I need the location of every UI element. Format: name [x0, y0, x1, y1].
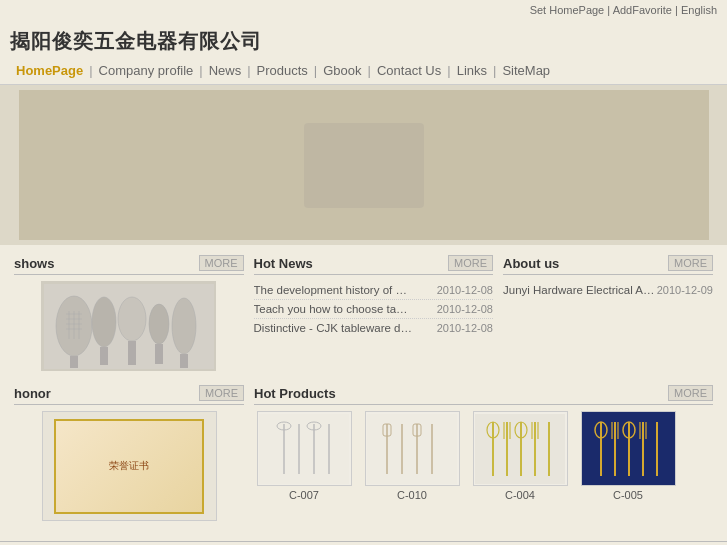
product-label: C-005	[613, 489, 643, 501]
product-image[interactable]	[473, 411, 568, 486]
header: 揭阳俊奕五金电器有限公司	[0, 20, 727, 59]
honor-image: 荣誉证书	[42, 411, 217, 521]
product-svg	[367, 414, 457, 484]
language-link[interactable]: English	[681, 4, 717, 16]
row2: honor MORE 荣誉证书 Hot Products MORE	[14, 385, 713, 521]
news-date: 2010-12-08	[437, 284, 493, 296]
product-label: C-010	[397, 489, 427, 501]
nav-item-gbook[interactable]: Gbook	[317, 63, 367, 78]
shows-more-button[interactable]: MORE	[199, 255, 244, 271]
about-us-section: About us MORE Junyi Hardware Electrical …	[503, 255, 713, 371]
about-us-title: About us	[503, 256, 559, 271]
svg-rect-27	[367, 414, 457, 484]
svg-point-11	[172, 298, 196, 354]
top-bar: Set HomePage | AddFavorite | English	[0, 0, 727, 20]
svg-rect-12	[180, 354, 188, 368]
news-list: The development history of western ta...…	[254, 281, 493, 337]
product-svg	[259, 414, 349, 484]
product-label: C-004	[505, 489, 535, 501]
product-item: C-005	[578, 411, 678, 501]
hot-news-more-button[interactable]: MORE	[448, 255, 493, 271]
nav: HomePage | Company profile | News | Prod…	[0, 59, 727, 85]
svg-rect-1	[304, 123, 424, 208]
hot-news-section: Hot News MORE The development history of…	[254, 255, 493, 371]
news-link[interactable]: Teach you how to choose tableware	[254, 303, 414, 315]
certificate: 荣誉证书	[54, 419, 204, 514]
product-svg	[475, 414, 565, 484]
honor-section: honor MORE 荣誉证书	[14, 385, 244, 521]
shows-title: shows	[14, 256, 54, 271]
shows-image	[41, 281, 216, 371]
honor-more-button[interactable]: MORE	[199, 385, 244, 401]
nav-item-links[interactable]: Links	[451, 63, 493, 78]
row1: shows MORE	[14, 255, 713, 371]
hot-products-section: Hot Products MORE	[254, 385, 713, 521]
nav-item-homepage[interactable]: HomePage	[10, 63, 89, 78]
footer: Jieyang Cily Jun yi Hardware Electrical …	[0, 541, 727, 545]
nav-item-products[interactable]: Products	[251, 63, 314, 78]
banner-svg	[24, 93, 704, 238]
news-date: 2010-12-08	[437, 322, 493, 334]
product-item: C-004	[470, 411, 570, 501]
svg-point-9	[149, 304, 169, 344]
banner-image	[19, 90, 709, 240]
site-title: 揭阳俊奕五金电器有限公司	[10, 30, 262, 52]
shows-header: shows MORE	[14, 255, 244, 275]
news-link[interactable]: Distinctive - CJK tableware distinction	[254, 322, 414, 334]
product-label: C-007	[289, 489, 319, 501]
hot-products-header: Hot Products MORE	[254, 385, 713, 405]
about-list: Junyi Hardware Electrical Applianc... 20…	[503, 281, 713, 299]
svg-rect-6	[100, 347, 108, 365]
shows-section: shows MORE	[14, 255, 244, 371]
about-link[interactable]: Junyi Hardware Electrical Applianc...	[503, 284, 657, 296]
svg-rect-4	[70, 356, 78, 368]
honor-title: honor	[14, 386, 51, 401]
nav-item-news[interactable]: News	[203, 63, 248, 78]
product-image[interactable]	[257, 411, 352, 486]
products-grid: C-007 C-0	[254, 411, 713, 501]
hot-news-title: Hot News	[254, 256, 313, 271]
hot-news-header: Hot News MORE	[254, 255, 493, 275]
product-image[interactable]	[581, 411, 676, 486]
svg-point-7	[118, 297, 146, 341]
news-item: Distinctive - CJK tableware distinction …	[254, 319, 493, 337]
hot-products-more-button[interactable]: MORE	[668, 385, 713, 401]
about-date: 2010-12-09	[657, 284, 713, 296]
nav-item-sitemap[interactable]: SiteMap	[496, 63, 556, 78]
about-item: Junyi Hardware Electrical Applianc... 20…	[503, 281, 713, 299]
honor-header: honor MORE	[14, 385, 244, 405]
nav-item-company[interactable]: Company profile	[93, 63, 200, 78]
news-link[interactable]: The development history of western ta...	[254, 284, 414, 296]
product-item: C-007	[254, 411, 354, 501]
about-us-header: About us MORE	[503, 255, 713, 275]
news-item: Teach you how to choose tableware 2010-1…	[254, 300, 493, 319]
news-item: The development history of western ta...…	[254, 281, 493, 300]
certificate-text: 荣誉证书	[109, 459, 149, 473]
main-content: shows MORE	[0, 245, 727, 531]
add-favorite-link[interactable]: AddFavorite	[613, 4, 672, 16]
product-item: C-010	[362, 411, 462, 501]
news-date: 2010-12-08	[437, 303, 493, 315]
svg-point-5	[92, 297, 116, 347]
svg-rect-20	[259, 414, 349, 484]
shows-svg	[44, 284, 214, 369]
product-svg	[583, 414, 673, 484]
product-image[interactable]	[365, 411, 460, 486]
set-homepage-link[interactable]: Set HomePage	[530, 4, 605, 16]
about-us-more-button[interactable]: MORE	[668, 255, 713, 271]
hot-products-title: Hot Products	[254, 386, 336, 401]
banner	[0, 85, 727, 245]
nav-item-contact[interactable]: Contact Us	[371, 63, 447, 78]
svg-rect-8	[128, 341, 136, 365]
svg-rect-10	[155, 344, 163, 364]
